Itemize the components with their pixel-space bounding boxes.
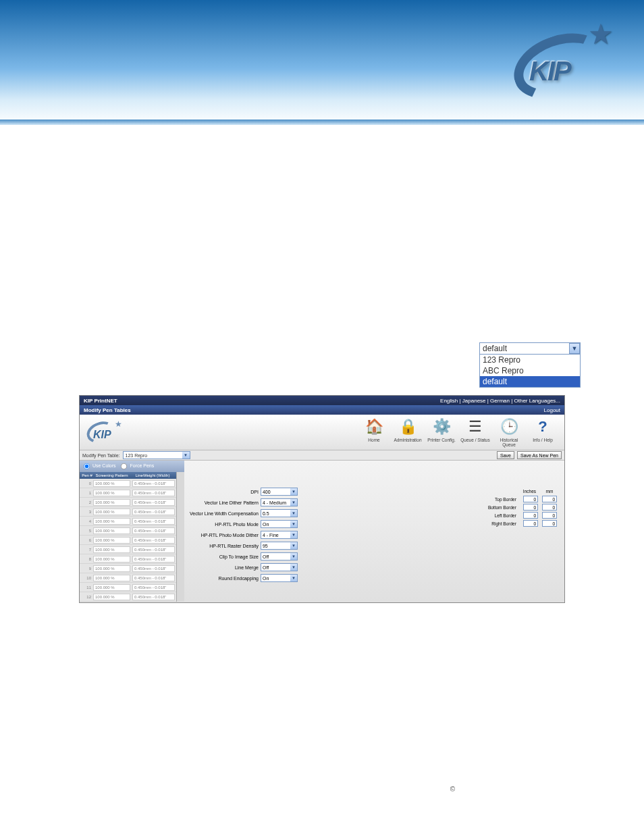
nav-queue-status[interactable]: ☰ Queue / Status xyxy=(459,417,491,447)
lineweight-input[interactable]: 0.450mm - 0.018" xyxy=(132,480,175,487)
pen-row[interactable]: 4100.000 %0.450mm - 0.018" xyxy=(80,517,176,526)
dropdown-option[interactable]: default xyxy=(480,376,580,387)
force-pens-radio[interactable]: Force Pens xyxy=(119,463,154,468)
setting-row: Round EndcappingOn▼ xyxy=(218,574,298,582)
pen-table-select[interactable]: 123 Repro ▼ xyxy=(123,451,190,459)
setting-select[interactable]: 400▼ xyxy=(261,488,298,496)
lineweight-input[interactable]: 0.450mm - 0.018" xyxy=(132,518,175,525)
border-mm-input[interactable]: 0 xyxy=(542,504,557,511)
pen-row[interactable]: 2100.000 %0.450mm - 0.018" xyxy=(80,498,176,507)
pen-row[interactable]: 10100.000 %0.450mm - 0.018" xyxy=(80,573,176,583)
lineweight-input[interactable]: 0.450mm - 0.018" xyxy=(132,509,175,515)
lang-link[interactable]: Japanese xyxy=(462,398,486,404)
nav-home[interactable]: 🏠 Home xyxy=(358,417,390,447)
border-inches-input[interactable]: 0 xyxy=(523,520,538,527)
save-as-new-button[interactable]: Save As New Pen xyxy=(517,451,562,459)
lineweight-input[interactable]: 0.450mm - 0.018" xyxy=(132,490,175,496)
pen-number: 11 xyxy=(81,585,93,590)
nav-historical-queue[interactable]: 🕒 Historical Queue xyxy=(493,417,525,447)
pen-row[interactable]: 9100.000 %0.450mm - 0.018" xyxy=(80,564,176,573)
lineweight-input[interactable]: 0.450mm - 0.018" xyxy=(132,537,175,544)
setting-select[interactable]: 95▼ xyxy=(261,542,298,550)
lineweight-input[interactable]: 0.450mm - 0.018" xyxy=(132,565,175,572)
border-inches-input[interactable]: 0 xyxy=(523,496,538,502)
screening-input[interactable]: 100.000 % xyxy=(93,565,130,572)
screening-input[interactable]: 100.000 % xyxy=(93,575,130,581)
setting-label: HP-RTL Raster Density xyxy=(209,544,259,548)
border-inches-input[interactable]: 0 xyxy=(523,512,538,519)
banner-stripe xyxy=(0,120,644,125)
page-title: Modify Pen Tables xyxy=(84,407,131,413)
pen-number: 1 xyxy=(81,491,93,495)
screening-input[interactable]: 100.000 % xyxy=(93,556,130,563)
nav-label: Queue / Status xyxy=(459,438,491,442)
nav-administration[interactable]: 🔒 Administration xyxy=(392,417,424,447)
screening-input[interactable]: 100.000 % xyxy=(93,480,130,487)
border-mm-input[interactable]: 0 xyxy=(542,496,557,502)
nav-info-help[interactable]: ? Info / Help xyxy=(527,417,559,447)
pen-row[interactable]: 5100.000 %0.450mm - 0.018" xyxy=(80,526,176,536)
border-mm-input[interactable]: 0 xyxy=(542,512,557,519)
pen-row[interactable]: 3100.000 %0.450mm - 0.018" xyxy=(80,507,176,517)
border-row: Right Border00 xyxy=(486,519,559,527)
lang-link[interactable]: German xyxy=(490,398,510,404)
border-row: Left Border00 xyxy=(486,511,559,519)
setting-select[interactable]: On▼ xyxy=(261,520,298,528)
use-colors-radio[interactable]: Use Colors xyxy=(82,463,116,468)
nav-printer-config[interactable]: ⚙️ Printer Config. xyxy=(425,417,458,447)
setting-select[interactable]: Off▼ xyxy=(261,563,298,571)
screening-input[interactable]: 100.000 % xyxy=(93,509,130,515)
pen-table-dropdown[interactable]: default ▼ 123 Repro ABC Repro default xyxy=(479,342,581,388)
border-inches-input[interactable]: 0 xyxy=(523,504,538,511)
lineweight-input[interactable]: 0.450mm - 0.018" xyxy=(132,546,175,553)
pen-table-header: Pen # Screening Pattern LineWeight (Widt… xyxy=(80,472,176,479)
setting-select[interactable]: 4 - Fine▼ xyxy=(261,531,298,539)
lineweight-input[interactable]: 0.450mm - 0.018" xyxy=(132,575,175,581)
screening-input[interactable]: 100.000 % xyxy=(93,537,130,544)
dropdown-option[interactable]: 123 Repro xyxy=(480,355,580,365)
dropdown-option[interactable]: ABC Repro xyxy=(480,365,580,376)
pen-row[interactable]: 8100.000 %0.450mm - 0.018" xyxy=(80,554,176,564)
pen-row[interactable]: 6100.000 %0.450mm - 0.018" xyxy=(80,536,176,545)
setting-value: 4 - Fine xyxy=(263,533,279,538)
setting-value: On xyxy=(263,522,269,527)
screening-input[interactable]: 100.000 % xyxy=(93,594,130,600)
pen-row[interactable]: 11100.000 %0.450mm - 0.018" xyxy=(80,583,176,592)
lang-link[interactable]: Other Languages... xyxy=(514,398,561,404)
pen-row[interactable]: 0100.000 %0.450mm - 0.018" xyxy=(80,479,176,488)
gears-icon: ⚙️ xyxy=(431,417,452,436)
lang-link[interactable]: English xyxy=(440,398,458,404)
setting-value: Off xyxy=(263,554,269,559)
setting-row: Vector Line Dither Pattern4 - Medium▼ xyxy=(205,498,298,506)
pen-row[interactable]: 1100.000 %0.450mm - 0.018" xyxy=(80,488,176,498)
lineweight-input[interactable]: 0.450mm - 0.018" xyxy=(132,499,175,506)
setting-select[interactable]: 0.5▼ xyxy=(261,509,298,517)
chevron-down-icon: ▼ xyxy=(290,521,297,527)
chevron-down-icon[interactable]: ▼ xyxy=(569,343,580,354)
lineweight-input[interactable]: 0.450mm - 0.018" xyxy=(132,584,175,591)
screening-input[interactable]: 100.000 % xyxy=(93,527,130,534)
screening-input[interactable]: 100.000 % xyxy=(93,584,130,591)
border-row: Top Border00 xyxy=(486,495,559,503)
border-mm-input[interactable]: 0 xyxy=(542,520,557,527)
setting-select[interactable]: On▼ xyxy=(261,574,298,582)
logout-link[interactable]: Logout xyxy=(544,407,560,413)
kip-logo-small: ★ KIP xyxy=(85,421,122,444)
pen-row[interactable]: 12100.000 %0.450mm - 0.018" xyxy=(80,592,176,602)
screening-input[interactable]: 100.000 % xyxy=(93,499,130,506)
save-button[interactable]: Save xyxy=(497,451,514,459)
setting-select[interactable]: 4 - Medium▼ xyxy=(261,498,298,506)
screening-input[interactable]: 100.000 % xyxy=(93,518,130,525)
language-links: English | Japanese | German | Other Lang… xyxy=(440,398,560,404)
setting-select[interactable]: Off▼ xyxy=(261,552,298,561)
lineweight-input[interactable]: 0.450mm - 0.018" xyxy=(132,556,175,563)
setting-label: Vector Line Width Compensation xyxy=(190,511,259,516)
lineweight-input[interactable]: 0.450mm - 0.018" xyxy=(132,527,175,534)
lineweight-input[interactable]: 0.450mm - 0.018" xyxy=(132,594,175,600)
pen-row[interactable]: 7100.000 %0.450mm - 0.018" xyxy=(80,545,176,554)
setting-label: HP-RTL Photo Mode Dither xyxy=(201,533,259,538)
scrollbar[interactable] xyxy=(176,472,184,602)
screening-input[interactable]: 100.000 % xyxy=(93,490,130,496)
pen-number: 0 xyxy=(81,481,93,486)
screening-input[interactable]: 100.000 % xyxy=(93,546,130,553)
